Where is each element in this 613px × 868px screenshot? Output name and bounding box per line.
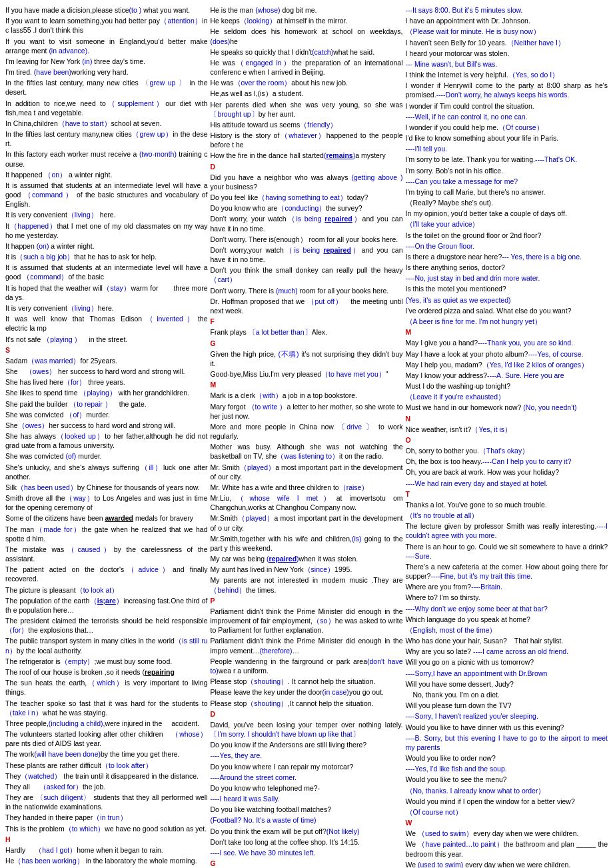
paragraph: It（happened）that I met one of my old cla… [5, 221, 207, 240]
paragraph: It is very convenient（living） here. [5, 210, 207, 219]
paragraph: （It's no trouble at all） [406, 511, 608, 520]
paragraph: It is（such a big job）that he has to ask … [5, 252, 207, 261]
paragraph: Please stop（shouting）. It cannot help th… [210, 677, 402, 686]
paragraph: There is an hour to go. Could we sit som… [406, 542, 608, 561]
paragraph: ----Sorry,I have an appointment with Dr.… [406, 669, 608, 678]
paragraph: May I have a look at your photo album?--… [406, 349, 608, 359]
paragraph: Mr.Liu,（whose wife I met）at imovertsotu … [210, 493, 402, 512]
paragraph: These plants are rather difficult（to loo… [5, 761, 207, 770]
paragraph: She was convicted （of）murder. [5, 410, 207, 419]
paragraph: Hardly （had I got）home when it began to … [5, 845, 207, 855]
paragraph: Do you feel like（having something to eat… [210, 193, 402, 202]
paragraph: Oh, the box is too heavy.----Can I help … [406, 457, 608, 466]
paragraph: If you have made a dicision,please stice… [5, 5, 207, 15]
paragraph: She has lived here（for） three years. [5, 377, 207, 387]
paragraph: Silk（has been used）by Chinese for thousa… [5, 483, 207, 492]
paragraph: ---It says 8:00. But it's 5 minutes slow… [406, 5, 608, 15]
paragraph: （No, thanks. I already know what to orde… [406, 786, 608, 795]
paragraph: Don't you think the small donkey can rea… [210, 265, 402, 284]
paragraph: She was convicted (of) murder. [5, 451, 207, 461]
paragraph: D [210, 709, 402, 719]
paragraph: ----Around the street corner. [210, 773, 402, 782]
paragraph: Do you know who are（conducting）the surve… [210, 203, 402, 213]
paragraph: Do you like watching football matches? [210, 805, 402, 814]
paragraph: I'm sorry. Bob's not in his office. [406, 166, 608, 175]
paragraph: ----On the Groun floor. [406, 241, 608, 251]
paragraph: The volunteers started looking after oth… [5, 729, 207, 748]
paragraph: It was well know that Thomas Edison（inve… [5, 314, 207, 333]
paragraph: Her parents died when she was very young… [210, 100, 402, 119]
paragraph: G [210, 339, 402, 348]
paragraph: They handed in theire paper（in trun） [5, 813, 207, 822]
paragraph: Mother was busy. Although she was not wa… [210, 442, 402, 461]
paragraph: I'm leaving for New York (in) three day'… [5, 57, 207, 66]
paragraph: Where to? I'm so thirsty. [406, 593, 608, 602]
paragraph: I'm sorry to be late. Thank you for wait… [406, 155, 608, 164]
paragraph: Sadam（was married）for 25years. [5, 356, 207, 365]
paragraph: Mark is a clerk（with）a job in a top book… [210, 391, 402, 400]
paragraph: They are 〈such diligent〉 students that t… [5, 793, 207, 811]
main-page: If you have made a dicision,please stice… [0, 0, 613, 868]
paragraph: We (used to swim) every day when we were… [406, 860, 608, 868]
paragraph: No, thank you. I'm on a diet. [406, 690, 608, 699]
paragraph: G [210, 859, 402, 868]
paragraph: N [406, 414, 608, 423]
paragraph: She's unlucky, and she's always sufferin… [5, 463, 207, 481]
paragraph: In the fifties last century, many new ci… [5, 78, 207, 97]
paragraph: The work(will have been done)by the time… [5, 749, 207, 759]
paragraph: I have an appointment with Dr. Johnson. [406, 16, 608, 25]
paragraph: Frank plays 〔a lot better than〕Alex. [210, 327, 402, 337]
paragraph: It is assumed that students at an interm… [5, 181, 207, 209]
paragraph: It is hoped that the weather will（stay）w… [5, 283, 207, 302]
paragraph: （A beer is fine for me. I'm not hungry y… [406, 317, 608, 326]
paragraph: ----I see. We have 30 minutes left. [210, 848, 402, 857]
paragraph: My aunt has lived in New York（since）1995… [210, 565, 402, 574]
paragraph: The teacher spoke so fast that it was ha… [5, 699, 207, 717]
paragraph: He keeps（looking）at himself in the mirro… [210, 16, 402, 25]
paragraph: (Football? No. It's a waste of time) [210, 815, 402, 825]
paragraph: （Really? Maybe she's out). [406, 198, 608, 207]
paragraph: Must we hand in our homework now? (No, y… [406, 403, 608, 412]
paragraph: In this factory each worker must receive… [5, 149, 207, 168]
paragraph: In China,children（have to start）school a… [5, 119, 207, 128]
paragraph: T [406, 489, 608, 499]
paragraph: Please leave the key under the door(in c… [210, 687, 402, 697]
paragraph: I wonder if Henrywill come to the party … [406, 81, 608, 99]
paragraph: We （used to swim）every day when we were … [406, 829, 608, 838]
paragraph: Mr. Smith（played）a most important part i… [210, 463, 402, 481]
paragraph: It happened （on） a winter night. [5, 170, 207, 179]
paragraph: I'm trying to call Marie, but there's no… [406, 187, 608, 197]
paragraph: Do you know who telephoned me?- [210, 783, 402, 793]
paragraph: The public transport system in many citi… [5, 636, 207, 655]
paragraph: The sun heats the earth,（which）is very i… [5, 678, 207, 697]
paragraph: My car was being (repaired)when it was s… [210, 554, 402, 563]
paragraph: Smith drove all the（way）to Los Angeles a… [5, 493, 207, 512]
paragraph: The picture is pleasant（to look at） [5, 585, 207, 595]
paragraph: （I'll take your advice） [406, 219, 608, 229]
paragraph: Nice weather, isn't it?（Yes, it is） [406, 425, 608, 434]
paragraph: Is the toilet on the ground floor or 2nd… [406, 231, 608, 240]
paragraph: F [210, 317, 402, 326]
paragraph: Oh, sorry to bother you.（That's okay） [406, 446, 608, 455]
paragraph: He（has been working） in the laboratory t… [5, 856, 207, 865]
paragraph: Which language do you speak at home? [406, 615, 608, 624]
paragraph: Who has done your hair, Susan? That hair… [406, 636, 608, 645]
paragraph: He was（engaged in）the preparation of an … [210, 58, 402, 77]
paragraph: If you want to learn something,you had b… [5, 16, 207, 35]
paragraph: Don't take too long at the coffee shop. … [210, 837, 402, 847]
paragraph: Dr. Hoffman proposed that we （put off） t… [210, 297, 402, 315]
paragraph: --- Mine wasn't, but Bill's was. [406, 59, 608, 69]
paragraph: May I give you a hand?----Thank you, you… [406, 338, 608, 347]
paragraph: I've ordered pizza and salad. What else … [406, 306, 608, 315]
paragraph: Do you know if the Andersons are still l… [210, 740, 402, 749]
paragraph: In addition to rice,we need to（supplemen… [5, 99, 207, 117]
paragraph: ----No, just stay in bed and drin more w… [406, 273, 608, 283]
paragraph: Parliament didn't think the Prime Minist… [210, 607, 402, 635]
paragraph: This is the problem（to which）we have no … [5, 824, 207, 833]
paragraph: Three people,(including a child),were in… [5, 719, 207, 728]
paragraph: Will you please turn down the TV? [406, 701, 608, 710]
paragraph: In my opinion, you'd better take a coupl… [406, 209, 608, 218]
paragraph: （Please wait for minute. He is busy now） [406, 27, 608, 36]
paragraph: More and more people in China now 〔drive… [210, 422, 402, 441]
paragraph: The lecture given by professor Smith was… [406, 521, 608, 540]
